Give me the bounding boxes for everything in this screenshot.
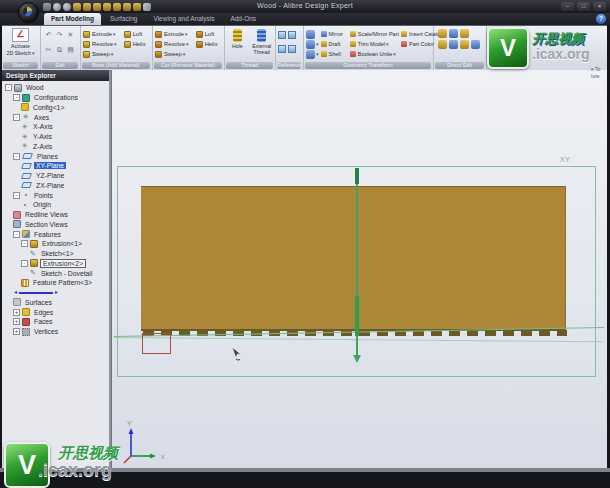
copy-icon[interactable]: ⧉	[55, 45, 64, 54]
scale-mirror-part-button[interactable]: Scale/Mirror Part	[350, 29, 399, 39]
app-grid-icon[interactable]	[43, 3, 51, 11]
tree-expander[interactable]: +	[13, 309, 20, 316]
activate-2d-sketch-button[interactable]: ∠ Activate 2D Sketch▾	[2, 27, 39, 61]
chamfer-button[interactable]: ▾	[306, 39, 319, 49]
tree-item-edges[interactable]: +Edges	[2, 307, 109, 317]
tree-expander[interactable]: -	[21, 260, 28, 267]
tools-icon[interactable]	[133, 3, 141, 11]
fillet-button[interactable]	[306, 29, 319, 39]
help-icon[interactable]: ?	[596, 14, 606, 24]
tree-item-vertices[interactable]: +Vertices	[2, 327, 109, 337]
tree-item-features[interactable]: -Features	[2, 229, 109, 239]
tab-surfacing[interactable]: Surfacing	[103, 13, 144, 25]
tree-item-xy-plane[interactable]: XY-Plane	[2, 161, 109, 171]
tree-item-extrusion-1[interactable]: -Extrusion<1>	[2, 239, 109, 249]
tree-item-planes[interactable]: -Planes	[2, 151, 109, 161]
external-thread-button[interactable]: External Thread	[250, 29, 274, 61]
move-hole-icon[interactable]	[460, 40, 469, 49]
close-button[interactable]: ×	[593, 2, 606, 11]
tree-item-sketch-dovetail[interactable]: ✎Sketch - Dovetail	[2, 268, 109, 278]
orb-icon[interactable]	[53, 3, 61, 11]
tree-item-configurations[interactable]: -Configurations	[2, 93, 109, 103]
mirror-button[interactable]: Mirror	[321, 29, 348, 39]
boss-sweep-button[interactable]: Sweep▾	[83, 49, 121, 59]
linear-pattern-button[interactable]: ▾	[306, 49, 319, 59]
paste-icon[interactable]: ▤	[66, 45, 75, 54]
tree-expander[interactable]: -	[21, 240, 28, 247]
tree-expander[interactable]: -	[13, 192, 20, 199]
tree-expander[interactable]: +	[13, 318, 20, 325]
tab-viewing-and-analysis[interactable]: Viewing and Analysis	[146, 13, 221, 25]
cut-helix-button[interactable]: Helix	[196, 39, 222, 49]
pencil-icon[interactable]	[143, 3, 151, 11]
tree-expander[interactable]: -	[13, 114, 20, 121]
tree-item-y-axis[interactable]: ✳Y-Axis	[2, 132, 109, 142]
undo-icon[interactable]: ↶	[44, 30, 53, 39]
tree-item-sketch-1[interactable]: ✎Sketch<1>	[2, 249, 109, 259]
tab-part-modeling[interactable]: Part Modeling	[44, 13, 101, 25]
plane-icon[interactable]	[278, 31, 286, 39]
tree-item-yz-plane[interactable]: YZ-Plane	[2, 171, 109, 181]
tree-item-axes[interactable]: -✳Axes	[2, 112, 109, 122]
tab-add-ons[interactable]: Add-Ons	[223, 13, 263, 25]
tree-item-zx-plane[interactable]: ZX-Plane	[2, 181, 109, 191]
tree-item-feature-pattern-3[interactable]: Feature Pattern<3>	[2, 278, 109, 288]
cut-loft-button[interactable]: Loft	[196, 29, 222, 39]
axis-icon[interactable]	[288, 31, 296, 39]
maximize-button[interactable]: □	[577, 2, 590, 11]
tree-expander[interactable]: -	[13, 94, 20, 101]
tree-expander[interactable]: -	[13, 153, 20, 160]
measure-icon[interactable]	[103, 3, 111, 11]
orb-icon[interactable]	[63, 3, 71, 11]
save-icon[interactable]	[73, 3, 81, 11]
open-icon[interactable]	[83, 3, 91, 11]
boolean-unite-button[interactable]: Boolean Unite▾	[350, 49, 399, 59]
trim-model-button[interactable]: Trim Model▾	[350, 39, 399, 49]
boss-revolve-button[interactable]: Revolve▾	[83, 39, 121, 49]
part-color-button[interactable]: Part Color	[401, 39, 432, 49]
coordinate-system-icon[interactable]	[288, 45, 296, 53]
tree-item-origin[interactable]: •Origin	[2, 200, 109, 210]
redo-icon[interactable]: ↷	[55, 30, 64, 39]
cut-icon[interactable]: ✂	[44, 45, 53, 54]
analysis-icon[interactable]	[113, 3, 121, 11]
shell-button[interactable]: Shell	[321, 49, 348, 59]
new-part-icon[interactable]	[93, 3, 101, 11]
wood-board-part[interactable]	[141, 186, 566, 331]
options-icon[interactable]	[123, 3, 131, 11]
resize-hole-icon[interactable]	[449, 40, 458, 49]
tree-item-z-axis[interactable]: ✳Z-Axis	[2, 142, 109, 152]
cut-extrude-button[interactable]: Extrude▾	[155, 29, 193, 39]
obscured-button[interactable]: e To ture	[591, 66, 600, 80]
remove-hole-icon[interactable]	[471, 40, 480, 49]
point-icon[interactable]	[278, 45, 286, 53]
tree-item-faces[interactable]: +Faces	[2, 317, 109, 327]
tree-expander[interactable]: +	[13, 328, 20, 335]
move-face-icon[interactable]	[438, 29, 447, 38]
tree-item-redline-views[interactable]: Redline Views	[2, 210, 109, 220]
tree-expander[interactable]: -	[5, 84, 12, 91]
hole-button[interactable]: Hole	[225, 29, 249, 61]
boss-helix-button[interactable]: Helix	[124, 39, 150, 49]
tree-item-rollback[interactable]: ◄►	[2, 288, 109, 298]
tree-item-config-1[interactable]: Config<1>	[2, 103, 109, 113]
draft-button[interactable]: Draft	[321, 39, 348, 49]
remove-face-icon[interactable]	[460, 29, 469, 38]
dovetail-sketch-rectangle[interactable]	[142, 333, 171, 354]
boss-extrude-button[interactable]: Extrude▾	[83, 29, 121, 39]
rollback-bar[interactable]	[19, 292, 53, 294]
rollback-arrow-left-icon[interactable]: ◄	[13, 288, 18, 297]
cut-sweep-button[interactable]: Sweep▾	[155, 49, 193, 59]
tree-item-points[interactable]: -•Points	[2, 190, 109, 200]
boss-loft-button[interactable]: Loft	[124, 29, 150, 39]
tree-item-extrusion-2[interactable]: -Extrusion<2>	[2, 259, 109, 269]
tree-item-surfaces[interactable]: Surfaces	[2, 298, 109, 308]
tree-expander[interactable]: -	[13, 231, 20, 238]
delete-icon[interactable]: ✕	[66, 30, 75, 39]
application-menu-orb-icon[interactable]	[18, 2, 39, 23]
3d-viewport[interactable]: XY Y x	[111, 70, 608, 468]
rollback-arrow-right-icon[interactable]: ►	[54, 288, 59, 297]
tree-item-wood[interactable]: -Wood	[2, 83, 109, 93]
insert-catalog-button[interactable]: Insert Catalog▾	[401, 29, 432, 39]
tree-item-section-views[interactable]: Section Views	[2, 220, 109, 230]
